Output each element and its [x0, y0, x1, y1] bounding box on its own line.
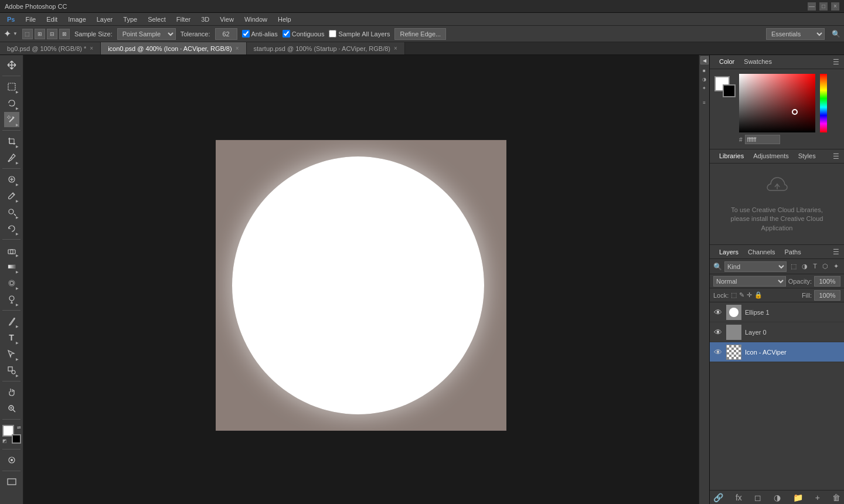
sample-all-wrap[interactable]: Sample All Layers	[329, 30, 390, 38]
hue-slider[interactable]	[820, 74, 827, 132]
new-group-btn[interactable]: 📁	[793, 493, 803, 502]
fg-bg-color-tool[interactable]: ⇄ ◩	[2, 425, 21, 444]
lock-all-btn[interactable]: 🔒	[754, 291, 763, 299]
workspace-selector[interactable]: Essentials	[766, 28, 825, 40]
layers-panel-menu[interactable]: ☰	[833, 248, 839, 256]
color-panel-menu[interactable]: ☰	[833, 58, 839, 66]
tab-adjustments[interactable]: Adjustments	[748, 151, 794, 162]
selection-mode-intersect[interactable]: ⊠	[59, 29, 70, 39]
zoom-tool[interactable]	[4, 401, 19, 416]
libraries-panel-menu[interactable]: ☰	[833, 152, 839, 161]
color-picker[interactable]: #	[739, 74, 839, 144]
tab-swatches[interactable]: Swatches	[739, 57, 777, 67]
tab-paths[interactable]: Paths	[780, 247, 806, 257]
healing-tool[interactable]: ▶	[4, 172, 19, 187]
minimize-button[interactable]: —	[808, 2, 816, 11]
screen-mode-tool[interactable]	[4, 474, 19, 489]
blur-tool[interactable]: ▶	[4, 275, 19, 291]
hex-input[interactable]	[745, 135, 780, 144]
sample-all-checkbox[interactable]	[329, 30, 336, 38]
gradient-tool[interactable]: ▶	[4, 259, 19, 274]
new-fill-btn[interactable]: ◑	[774, 493, 781, 502]
tab-channels[interactable]: Channels	[743, 247, 780, 257]
dodge-tool[interactable]: ▶	[4, 292, 19, 307]
color-gradient-field[interactable]	[739, 74, 815, 132]
blend-mode-select[interactable]: Normal	[713, 276, 786, 287]
filter-smart-icon[interactable]: ✦	[832, 262, 840, 271]
menu-view[interactable]: View	[215, 15, 239, 24]
eraser-tool[interactable]: ▶	[4, 243, 19, 258]
layer-item-layer0[interactable]: 👁 Layer 0	[710, 322, 844, 342]
tab-icon0-close[interactable]: ×	[236, 45, 239, 52]
anti-alias-wrap[interactable]: Anti-alias	[242, 30, 278, 38]
menu-layer[interactable]: Layer	[92, 15, 118, 24]
menu-window[interactable]: Window	[240, 15, 272, 24]
move-tool[interactable]	[4, 57, 19, 73]
menu-filter[interactable]: Filter	[172, 15, 195, 24]
menu-help[interactable]: Help	[273, 15, 296, 24]
refine-edge-button[interactable]: Refine Edge...	[394, 28, 446, 40]
titlebar-controls[interactable]: — □ ×	[808, 2, 839, 11]
lock-image-btn[interactable]: ✎	[739, 291, 744, 299]
pen-tool[interactable]: ▶	[4, 314, 19, 329]
crop-tool[interactable]: ▶	[4, 134, 19, 149]
mini-adjust-icon[interactable]: ◑	[700, 75, 709, 83]
tab-startup-close[interactable]: ×	[394, 45, 397, 52]
canvas-bg[interactable]	[216, 140, 506, 431]
marquee-tool[interactable]: ▶	[4, 79, 19, 94]
close-button[interactable]: ×	[831, 2, 839, 11]
brush-tool[interactable]: ▶	[4, 188, 19, 203]
contiguous-wrap[interactable]: Contiguous	[283, 30, 325, 38]
menu-3d[interactable]: 3D	[196, 15, 214, 24]
menu-edit[interactable]: Edit	[42, 15, 62, 24]
layer-acviper-visibility[interactable]: 👁	[713, 348, 723, 357]
default-colors[interactable]: ◩	[2, 438, 7, 444]
lock-position-btn[interactable]: ✛	[747, 291, 752, 299]
filter-adjust-icon[interactable]: ◑	[800, 262, 809, 271]
menu-type[interactable]: Type	[118, 15, 142, 24]
tab-icon0[interactable]: icon0.psd @ 400% (Icon · ACViper, RGB/8)…	[101, 42, 246, 55]
eyedropper-tool[interactable]: ▶	[4, 150, 19, 165]
mini-style-icon[interactable]: ✦	[700, 84, 709, 92]
tab-layers[interactable]: Layers	[714, 247, 743, 257]
layer-ellipse1-visibility[interactable]: 👁	[713, 308, 723, 317]
clone-tool[interactable]: ▶	[4, 205, 19, 220]
type-tool[interactable]: T ▶	[4, 330, 19, 345]
layer-item-acviper[interactable]: 👁 Icon - ACViper	[710, 342, 844, 362]
new-layer-btn[interactable]: +	[815, 493, 820, 502]
selection-mode-subtract[interactable]: ⊟	[47, 29, 57, 39]
delete-layer-btn[interactable]: 🗑	[832, 493, 840, 502]
sample-size-select[interactable]: Point Sample	[117, 28, 176, 40]
tab-startup[interactable]: startup.psd @ 100% (Startup · ACViper, R…	[247, 42, 405, 55]
background-color[interactable]	[12, 434, 21, 444]
hand-tool[interactable]	[4, 384, 19, 400]
tab-libraries[interactable]: Libraries	[714, 151, 748, 162]
lock-transparent-btn[interactable]: ⬚	[731, 291, 737, 299]
tab-bg0[interactable]: bg0.psd @ 100% (RGB/8) * ×	[0, 42, 101, 55]
fill-input[interactable]	[814, 290, 840, 301]
canvas-area[interactable]	[23, 55, 699, 504]
tab-color[interactable]: Color	[714, 57, 739, 67]
filter-shape-icon[interactable]: ⬡	[821, 262, 830, 271]
quick-mask-tool[interactable]	[4, 452, 19, 468]
history-tool[interactable]: ▶	[4, 221, 19, 236]
filter-pixel-icon[interactable]: ⬚	[789, 262, 798, 271]
maximize-button[interactable]: □	[819, 2, 828, 11]
contiguous-checkbox[interactable]	[283, 30, 290, 38]
link-layers-btn[interactable]: 🔗	[713, 493, 723, 502]
add-mask-btn[interactable]: ◻	[754, 493, 761, 502]
menu-ps[interactable]: Ps	[2, 15, 19, 24]
filter-type-select[interactable]: Kind	[724, 261, 787, 272]
layer-layer0-visibility[interactable]: 👁	[713, 328, 723, 337]
panel-collapse-btn[interactable]: ◀	[700, 56, 709, 64]
filter-type-icon[interactable]: T	[811, 262, 819, 271]
path-select-tool[interactable]: ▶	[4, 346, 19, 362]
anti-alias-checkbox[interactable]	[242, 30, 250, 38]
opacity-input[interactable]	[814, 276, 840, 287]
magic-wand-tool[interactable]: ▶	[4, 112, 19, 127]
menu-image[interactable]: Image	[63, 15, 91, 24]
tolerance-input[interactable]: 62	[215, 28, 237, 40]
tab-styles[interactable]: Styles	[794, 151, 821, 162]
mini-color-icon[interactable]: ■	[700, 66, 709, 74]
layer-item-ellipse1[interactable]: 👁 Ellipse 1	[710, 302, 844, 322]
